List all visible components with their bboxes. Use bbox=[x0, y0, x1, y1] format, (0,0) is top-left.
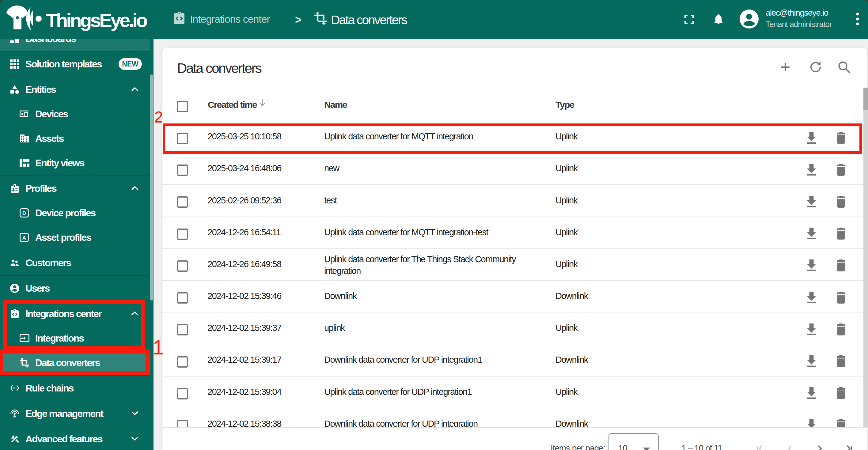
svg-text:D: D bbox=[22, 211, 26, 216]
svg-text:A: A bbox=[22, 235, 26, 241]
